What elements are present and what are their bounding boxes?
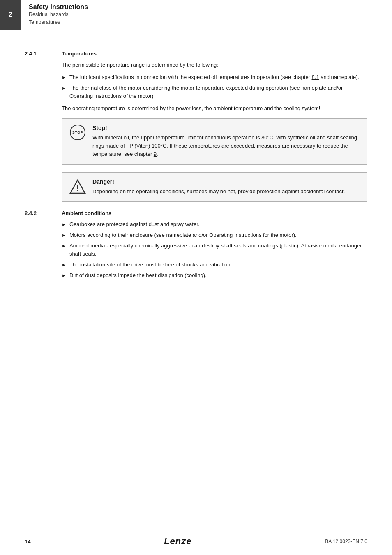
bullet-item-4: ► Motors according to their enclosure (s… xyxy=(62,231,367,239)
header-subtitle-2: Temperatures xyxy=(29,18,384,26)
section-241-closing: The operating temperature is determined … xyxy=(62,104,367,113)
footer: 14 Lenze BA 12.0023-EN 7.0 xyxy=(0,532,392,547)
section-242-heading: 2.4.2 Ambient conditions xyxy=(25,210,367,216)
stop-icon-container: STOP xyxy=(69,125,87,140)
bullet-arrow-3: ► xyxy=(62,221,66,228)
header-title: Safety instructions xyxy=(29,3,384,11)
header-bar: 2 Safety instructions Residual hazards T… xyxy=(0,0,392,30)
stop-icon: STOP xyxy=(70,125,85,140)
bullet-text-3: Gearboxes are protected against dust and… xyxy=(69,220,200,229)
stop-box-body: Stop! With mineral oil, the upper temper… xyxy=(92,125,360,158)
chapter-number: 2 xyxy=(0,0,21,30)
bullet-text-5: Ambient media - especially chemically ag… xyxy=(69,242,367,258)
bullet-arrow-2: ► xyxy=(62,85,66,92)
bullet-item-5: ► Ambient media - especially chemically … xyxy=(62,242,367,258)
section-241-bullets: ► The lubricant specifications in connec… xyxy=(62,73,367,100)
section-241-intro: The permissible temperature range is det… xyxy=(62,61,367,69)
main-content: 2.4.1 Temperatures The permissible tempe… xyxy=(0,30,392,317)
danger-box-title: Danger! xyxy=(92,178,360,185)
bullet-arrow-1: ► xyxy=(62,74,66,81)
danger-box-text: Depending on the operating conditions, s… xyxy=(92,187,360,196)
danger-box-body: Danger! Depending on the operating condi… xyxy=(92,178,360,196)
bullet-item-7: ► Dirt of dust deposits impede the heat … xyxy=(62,271,367,280)
danger-box: ! Danger! Depending on the operating con… xyxy=(62,172,367,202)
danger-triangle-icon: ! xyxy=(69,178,86,195)
section-241-heading: 2.4.1 Temperatures xyxy=(25,51,367,57)
stop-box-title: Stop! xyxy=(92,125,360,131)
section-242-num: 2.4.2 xyxy=(25,210,62,216)
bullet-item-6: ► The installation site of the drive mus… xyxy=(62,261,367,269)
header-subtitle-1: Residual hazards xyxy=(29,11,384,18)
bullet-item-2: ► The thermal class of the motor conside… xyxy=(62,84,367,100)
section-241-title: Temperatures xyxy=(62,51,97,57)
svg-text:!: ! xyxy=(76,184,79,192)
bullet-text-1: The lubricant specifications in connecti… xyxy=(69,73,359,81)
bullet-text-4: Motors according to their enclosure (see… xyxy=(69,231,297,239)
bullet-text-7: Dirt of dust deposits impede the heat di… xyxy=(69,271,207,280)
doc-reference: BA 12.0023-EN 7.0 xyxy=(325,539,367,544)
bullet-arrow-7: ► xyxy=(62,272,66,279)
lenze-logo: Lenze xyxy=(164,536,191,547)
bullet-arrow-5: ► xyxy=(62,243,66,250)
section-241-num: 2.4.1 xyxy=(25,51,62,57)
bullet-item-1: ► The lubricant specifications in connec… xyxy=(62,73,367,81)
link-chapter-81[interactable]: 8.1 xyxy=(312,74,319,80)
section-242-bullets: ► Gearboxes are protected against dust a… xyxy=(62,220,367,280)
danger-icon-container: ! xyxy=(69,178,87,195)
page-number: 14 xyxy=(25,539,30,545)
link-chapter-9[interactable]: 9 xyxy=(154,151,157,157)
bullet-item-3: ► Gearboxes are protected against dust a… xyxy=(62,220,367,229)
section-242-title: Ambient conditions xyxy=(62,210,111,216)
bullet-arrow-6: ► xyxy=(62,261,66,268)
stop-box: STOP Stop! With mineral oil, the upper t… xyxy=(62,118,367,164)
bullet-text-6: The installation site of the drive must … xyxy=(69,261,232,269)
bullet-text-2: The thermal class of the motor consideri… xyxy=(69,84,367,100)
page: 2 Safety instructions Residual hazards T… xyxy=(0,0,392,555)
stop-box-text: With mineral oil, the upper temperature … xyxy=(92,134,360,158)
bullet-arrow-4: ► xyxy=(62,232,66,239)
header-content: Safety instructions Residual hazards Tem… xyxy=(21,0,392,30)
